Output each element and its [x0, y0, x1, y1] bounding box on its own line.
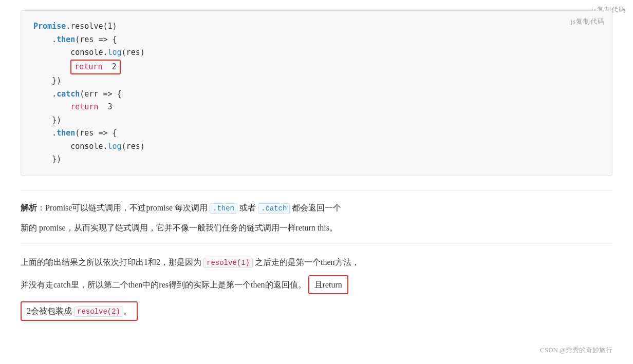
return2-highlight: return 2	[70, 60, 120, 75]
code-line-11: })	[33, 153, 600, 166]
code-line-2: .then(res => {	[33, 33, 600, 47]
code-line-4: return 2	[33, 60, 600, 75]
code-line-1: Promise.resolve(1)	[33, 20, 600, 33]
exp2-part3: 并没有走catch里，所以第二个then中的res得到的实际上是第一个then的…	[21, 280, 306, 289]
return-highlight-box: 且return	[308, 275, 348, 295]
explanation-para-2c: 2会被包装成 resolve(2)。	[21, 299, 612, 321]
explanation-text-1c: 都会返回一个	[290, 203, 341, 212]
explanation-para-1b: 新的 promise，从而实现了链式调用，它并不像一般我们任务的链式调用一样re…	[21, 220, 612, 236]
code-line-10: console.log(res)	[33, 140, 600, 154]
code-line-7: return 3	[33, 101, 600, 114]
exp2-part1: 上面的输出结果之所以依次打印出1和2，那是因为	[21, 258, 203, 266]
explanation-para-1: 解析：Promise可以链式调用，不过promise 每次调用 .then 或者…	[21, 200, 612, 216]
code-line-6: .catch(err => {	[33, 88, 600, 101]
explanation-para-2b: 并没有走catch里，所以第二个then中的res得到的实际上是第一个then的…	[21, 275, 612, 295]
page-wrapper: js复制代码 js复制代码 Promise.resolve(1) .then(r…	[0, 0, 633, 364]
explanation-section-2: 上面的输出结果之所以依次打印出1和2，那是因为 resolve(1) 之后走的是…	[21, 255, 612, 321]
divider-2	[21, 245, 612, 245]
exp2-part2: 之后走的是第一个then方法，	[253, 258, 360, 266]
bottom-text-2: 。	[123, 306, 132, 315]
bottom-text-1: 2会被包装成	[27, 306, 74, 315]
explanation-para-2: 上面的输出结果之所以依次打印出1和2，那是因为 resolve(1) 之后走的是…	[21, 255, 612, 270]
inline-catch: .catch	[258, 203, 290, 214]
code-line-8: })	[33, 114, 600, 127]
explanation-text-1b: 或者	[237, 203, 258, 212]
footer-credit: CSDN @秀秀的奇妙旅行	[540, 346, 612, 355]
divider-1	[21, 190, 612, 191]
inline-then: .then	[210, 203, 237, 214]
inline-resolve2: resolve(2)	[74, 306, 123, 317]
code-block: js复制代码 Promise.resolve(1) .then(res => {…	[21, 10, 612, 176]
inline-resolve1: resolve(1)	[203, 258, 253, 268]
copy-code-button[interactable]: js复制代码	[570, 16, 605, 27]
code-line-3: console.log(res)	[33, 46, 600, 60]
label-jiexi: 解析	[21, 203, 37, 212]
bottom-highlight-box: 2会被包装成 resolve(2)。	[21, 301, 138, 321]
code-line-5: })	[33, 74, 600, 88]
explanation-section-1: 解析：Promise可以链式调用，不过promise 每次调用 .then 或者…	[21, 200, 612, 236]
code-line-9: .then(res => {	[33, 127, 600, 140]
explanation-text-1: ：Promise可以链式调用，不过promise 每次调用	[37, 203, 210, 212]
